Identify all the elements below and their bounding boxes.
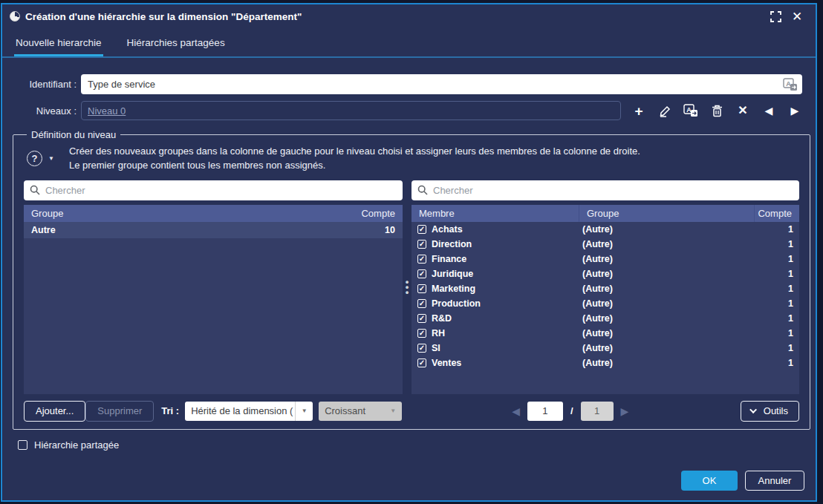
supprimer-button[interactable]: Supprimer — [85, 401, 154, 422]
member-count: 1 — [750, 284, 793, 294]
identifiant-field-wrap: A — [81, 74, 802, 94]
members-header-groupe[interactable]: Groupe — [579, 205, 755, 222]
outils-button[interactable]: Outils — [741, 401, 799, 422]
member-group: (Autre) — [579, 343, 750, 353]
checked-checkbox-icon[interactable]: ✓ — [417, 314, 426, 323]
groups-table-body: Autre 10 — [24, 222, 403, 394]
groups-header-compte[interactable]: Compte — [358, 205, 403, 222]
tri-label: Tri : — [161, 405, 179, 416]
groups-table-header: Groupe Compte — [24, 205, 403, 222]
member-count: 1 — [750, 239, 793, 249]
groups-search-input[interactable] — [45, 185, 397, 196]
tab-hierarchies-partagees[interactable]: Hiérarchies partagées — [126, 33, 227, 56]
groups-searchbox — [24, 180, 403, 200]
tab-bar: Nouvelle hierarchie Hiérarchies partagée… — [2, 28, 816, 58]
members-table-body: ✓Achats (Autre) 1 ✓Direction (Autre) 1 ✓… — [412, 222, 799, 394]
members-search-input[interactable] — [433, 185, 793, 196]
levels-field[interactable]: Niveau 0 — [81, 101, 621, 120]
checked-checkbox-icon[interactable]: ✓ — [417, 359, 426, 367]
member-name: Marketing — [432, 284, 475, 294]
member-name: RH — [432, 328, 445, 338]
page-separator: / — [570, 405, 573, 416]
member-name: Finance — [432, 254, 466, 264]
level-toolbar: + A — [631, 103, 802, 118]
member-row[interactable]: ✓Achats (Autre) 1 — [412, 222, 799, 237]
member-row[interactable]: ✓SI (Autre) 1 — [412, 341, 799, 356]
chevron-down-icon — [749, 406, 757, 413]
page-number-input[interactable] — [527, 402, 563, 421]
close-button[interactable]: ✕ — [789, 8, 805, 24]
dialog-titlebar: Création d'une hiérarchie sur la dimensi… — [2, 4, 816, 28]
member-group: (Autre) — [579, 298, 750, 309]
members-header-compte[interactable]: Compte — [755, 205, 799, 222]
unchecked-checkbox-icon[interactable] — [18, 440, 27, 450]
sort-select-value: Hérité de la dimension ( — [185, 405, 295, 416]
help-line-2: Le premier groupe contient tous les memb… — [69, 159, 640, 173]
groups-header-groupe[interactable]: Groupe — [24, 205, 358, 222]
member-count: 1 — [750, 298, 793, 309]
translate-level-icon[interactable]: A — [683, 103, 698, 118]
pagination: ◀ / 1 ▶ — [512, 402, 628, 421]
translate-icon[interactable]: A — [783, 78, 798, 91]
identifiant-label: Identifiant : — [2, 79, 77, 90]
help-caret-icon[interactable]: ▼ — [48, 155, 54, 162]
order-select-value: Croissant — [319, 405, 384, 416]
checked-checkbox-icon[interactable]: ✓ — [417, 329, 426, 338]
member-row[interactable]: ✓R&D (Autre) 1 — [412, 311, 799, 326]
checked-checkbox-icon[interactable]: ✓ — [417, 240, 426, 249]
member-group: (Autre) — [579, 269, 750, 279]
member-group: (Autre) — [579, 313, 750, 324]
checked-checkbox-icon[interactable]: ✓ — [417, 225, 426, 234]
remove-level-icon[interactable]: ✕ — [735, 103, 750, 118]
move-level-left-icon[interactable]: ◀ — [761, 103, 776, 118]
member-count: 1 — [750, 254, 793, 264]
member-row[interactable]: ✓Ventes (Autre) 1 — [412, 356, 799, 370]
panel-splitter[interactable]: ••• — [403, 180, 412, 394]
member-group: (Autre) — [579, 358, 750, 368]
sort-select[interactable]: Hérité de la dimension ( ▼ — [185, 402, 313, 421]
checked-checkbox-icon[interactable]: ✓ — [417, 255, 426, 264]
delete-level-icon[interactable] — [709, 103, 724, 118]
page-prev-icon[interactable]: ◀ — [512, 405, 520, 417]
member-row[interactable]: ✓RH (Autre) 1 — [412, 326, 799, 341]
dialog-actions: OK Annuler — [2, 471, 816, 500]
definition-panels: Groupe Compte Autre 10 ••• — [24, 180, 799, 394]
dialog-title: Création d'une hiérarchie sur la dimensi… — [25, 11, 762, 22]
identifiant-row: Identifiant : A — [2, 74, 802, 94]
annuler-button[interactable]: Annuler — [745, 471, 804, 491]
add-level-icon[interactable]: + — [631, 103, 646, 118]
maximize-button[interactable] — [767, 8, 784, 24]
member-group: (Autre) — [579, 328, 750, 338]
member-row[interactable]: ✓Juridique (Autre) 1 — [412, 266, 799, 281]
dropdown-arrow-icon: ▼ — [295, 402, 313, 421]
member-group: (Autre) — [579, 254, 750, 264]
members-header-membre[interactable]: Membre — [412, 205, 579, 222]
help-icon[interactable]: ? — [27, 151, 42, 166]
group-row-autre[interactable]: Autre 10 — [24, 222, 403, 238]
order-select[interactable]: Croissant ▼ — [319, 402, 402, 421]
edit-level-icon[interactable] — [657, 103, 672, 118]
member-row[interactable]: ✓Finance (Autre) 1 — [412, 252, 799, 266]
page-next-icon[interactable]: ▶ — [621, 405, 629, 417]
member-group: (Autre) — [579, 239, 750, 249]
move-level-right-icon[interactable]: ▶ — [787, 103, 802, 118]
checked-checkbox-icon[interactable]: ✓ — [417, 344, 426, 353]
member-row[interactable]: ✓Production (Autre) 1 — [412, 296, 799, 311]
member-row[interactable]: ✓Marketing (Autre) 1 — [412, 281, 799, 296]
definition-footerbar: Ajouter... Supprimer Tri : Hérité de la … — [24, 401, 799, 422]
ajouter-button[interactable]: Ajouter... — [24, 401, 85, 422]
identifiant-input[interactable] — [88, 79, 783, 90]
member-count: 1 — [750, 224, 793, 235]
search-icon — [417, 185, 428, 195]
group-count: 10 — [357, 225, 395, 235]
ok-button[interactable]: OK — [681, 471, 738, 491]
checked-checkbox-icon[interactable]: ✓ — [417, 299, 426, 308]
member-row[interactable]: ✓Direction (Autre) 1 — [412, 237, 799, 252]
tab-nouvelle-hierarchie[interactable]: Nouvelle hierarchie — [14, 33, 103, 56]
member-name: R&D — [432, 313, 452, 324]
hierarchy-icon — [10, 11, 20, 22]
checked-checkbox-icon[interactable]: ✓ — [417, 284, 426, 293]
checked-checkbox-icon[interactable]: ✓ — [417, 269, 426, 278]
niveau-0-link[interactable]: Niveau 0 — [88, 105, 126, 117]
member-count: 1 — [750, 269, 793, 279]
